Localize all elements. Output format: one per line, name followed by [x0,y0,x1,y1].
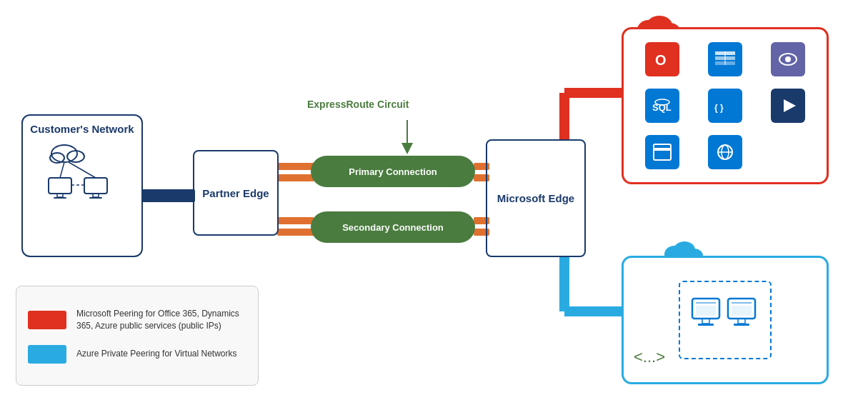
svg-rect-62 [698,324,714,326]
legend-item-red: Microsoft Peering for Office 365, Dynami… [28,308,246,332]
legend-text-red: Microsoft Peering for Office 365, Dynami… [76,308,246,332]
peering-dots-icon: <...> [634,348,669,366]
sql-icon: SQL [645,89,679,123]
storage-icon [645,135,679,169]
blob-storage-icon: { } [708,89,742,123]
vnet-inner-box [679,281,772,359]
vm-icon [689,291,761,349]
azure-private-box: <...> [622,256,829,384]
svg-point-41 [785,56,791,62]
svg-line-27 [69,162,96,178]
svg-rect-69 [732,306,752,316]
svg-rect-2 [277,174,314,181]
svg-rect-19 [49,178,71,194]
microsoft-edge-label: Microsoft Edge [497,192,574,204]
legend-item-blue: Azure Private Peering for Virtual Networ… [28,345,246,364]
svg-text:{  }: { } [714,103,724,113]
svg-rect-24 [89,197,102,199]
legend-color-blue [28,345,66,364]
hdinsight-icon [771,42,805,76]
svg-rect-4 [277,229,314,236]
partner-edge-box: Partner Edge [193,150,279,236]
svg-text:<...>: <...> [634,348,665,366]
svg-text:O: O [655,52,667,68]
microsoft-edge-box: Microsoft Edge [486,139,586,257]
legend-box: Microsoft Peering for Office 365, Dynami… [16,286,259,386]
diagram-container: Customer's Network Partner Edge ExpressR… [0,0,868,415]
office-icon: O [645,42,679,76]
primary-connection-label: Primary Connection [349,166,437,177]
svg-line-26 [60,162,64,178]
svg-rect-21 [54,197,66,199]
svg-rect-1 [277,163,314,170]
svg-rect-22 [84,178,107,194]
customer-network-label: Customer's Network [30,123,134,135]
partner-edge-label: Partner Edge [202,187,269,199]
svg-rect-0 [141,189,195,202]
primary-connection-pill: Primary Connection [311,156,475,187]
web-sites-icon [708,135,742,169]
svg-rect-23 [93,194,99,197]
ms-services-box: O SQL [622,27,829,184]
customer-network-box: Customer's Network [21,114,143,257]
secondary-connection-pill: Secondary Connection [311,211,475,243]
svg-rect-49 [649,139,676,166]
svg-rect-67 [734,324,749,326]
svg-rect-3 [277,217,314,224]
svg-rect-20 [57,194,63,197]
table-storage-icon [708,42,742,76]
media-services-icon [771,89,805,123]
network-computers-icon [43,141,121,205]
svg-rect-64 [696,306,716,316]
legend-color-red [28,311,66,329]
expressroute-label: ExpressRoute Circuit [307,99,409,110]
legend-text-blue: Azure Private Peering for Virtual Networ… [76,348,237,360]
secondary-connection-label: Secondary Connection [342,222,444,233]
